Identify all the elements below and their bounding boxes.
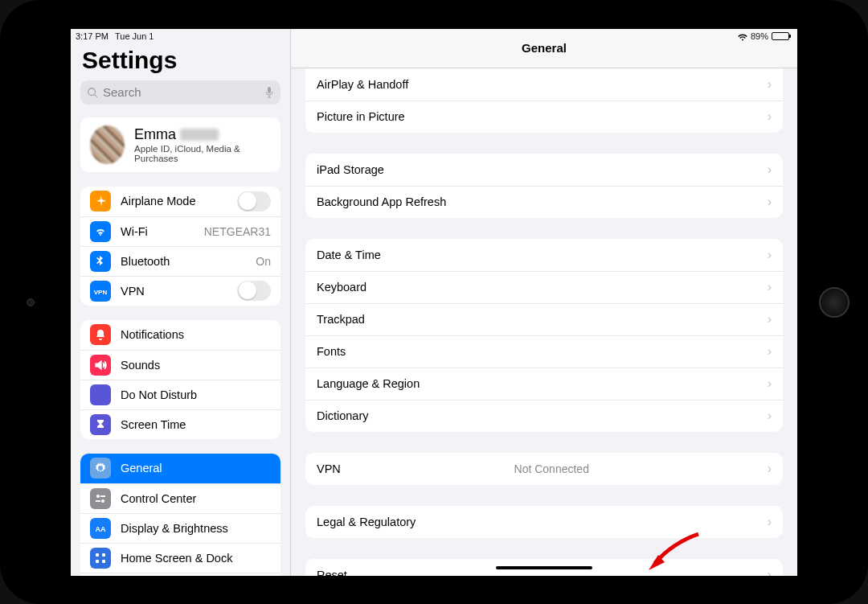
svg-rect-2: [268, 87, 271, 93]
gear-icon: [90, 458, 111, 479]
svg-rect-10: [102, 553, 105, 557]
profile-card[interactable]: Emma Apple ID, iCloud, Media & Purchases: [80, 117, 280, 172]
settings-row-background-app-refresh[interactable]: Background App Refresh›: [305, 186, 783, 218]
row-value: Not Connected: [514, 462, 589, 475]
sidebar-item-sounds[interactable]: Sounds: [80, 350, 280, 380]
svg-point-4: [96, 495, 100, 498]
row-label: Date & Time: [317, 249, 381, 261]
sidebar-item-wi-fi[interactable]: Wi-FiNETGEAR31: [80, 216, 280, 246]
chevron-right-icon: ›: [768, 515, 772, 529]
sidebar-item-label: Screen Time: [121, 418, 186, 431]
settings-row-trackpad[interactable]: Trackpad›: [305, 303, 783, 335]
settings-row-date-time[interactable]: Date & Time›: [305, 239, 783, 271]
row-label: iPad Storage: [317, 163, 384, 176]
settings-group: VPNNot Connected›: [305, 453, 783, 485]
grid-icon: [90, 548, 111, 569]
sidebar-item-do-not-disturb[interactable]: Do Not Disturb: [80, 380, 280, 409]
row-label: Dictionary: [317, 409, 368, 422]
sidebar-item-screen-time[interactable]: Screen Time: [80, 409, 280, 439]
sidebar-item-vpn[interactable]: VPNVPN: [80, 276, 280, 306]
chevron-right-icon: ›: [768, 195, 772, 209]
status-time: 3:17 PM: [76, 31, 108, 41]
sidebar-item-airplane-mode[interactable]: Airplane Mode: [80, 187, 280, 216]
switches-icon: [90, 488, 111, 509]
bell-icon: [90, 324, 111, 345]
status-date: Tue Jun 1: [115, 31, 154, 41]
row-label: Trackpad: [317, 313, 365, 326]
sidebar-item-label: Home Screen & Dock: [121, 552, 232, 565]
chevron-right-icon: ›: [768, 162, 772, 177]
settings-row-ipad-storage[interactable]: iPad Storage›: [305, 154, 783, 186]
sidebar-group: NotificationsSoundsDo Not DisturbScreen …: [80, 320, 280, 439]
settings-row-fonts[interactable]: Fonts›: [305, 335, 783, 368]
settings-row-keyboard[interactable]: Keyboard›: [305, 271, 783, 303]
sidebar-item-accessibility[interactable]: Accessibility: [80, 573, 280, 576]
status-bar: 3:17 PM Tue Jun 1 89%: [71, 29, 797, 44]
row-label: Keyboard: [317, 281, 366, 294]
speaker-icon: [90, 355, 111, 376]
svg-rect-12: [102, 560, 105, 563]
profile-name: Emma: [134, 126, 271, 143]
moon-icon: [90, 384, 111, 405]
vpn-icon: VPN: [90, 281, 111, 302]
page-title: Settings: [80, 47, 280, 74]
svg-rect-7: [96, 500, 100, 502]
svg-rect-9: [96, 553, 99, 557]
settings-row-vpn[interactable]: VPNNot Connected›: [305, 453, 783, 485]
profile-subtitle: Apple ID, iCloud, Media & Purchases: [134, 144, 271, 163]
battery-pct: 89%: [751, 31, 768, 41]
sidebar-item-home-screen-dock[interactable]: Home Screen & Dock: [80, 543, 280, 573]
settings-row-legal-regulatory[interactable]: Legal & Regulatory›: [305, 506, 783, 538]
sidebar-item-label: Airplane Mode: [121, 195, 196, 207]
row-label: Background App Refresh: [317, 195, 446, 208]
toggle[interactable]: [237, 191, 271, 212]
sidebar-item-display-brightness[interactable]: AADisplay & Brightness: [80, 513, 280, 543]
wifi-icon: [90, 221, 111, 242]
settings-row-airplay-handoff[interactable]: AirPlay & Handoff›: [305, 68, 783, 101]
sidebar-item-value: On: [256, 255, 271, 268]
settings-row-picture-in-picture[interactable]: Picture in Picture›: [305, 101, 783, 133]
avatar: [90, 125, 125, 164]
sidebar-item-label: Notifications: [121, 328, 184, 341]
search-input[interactable]: Search: [80, 80, 280, 105]
sidebar-item-label: General: [121, 462, 162, 475]
svg-point-6: [101, 499, 104, 503]
camera-dot: [27, 298, 35, 306]
toggle[interactable]: [237, 281, 271, 301]
svg-text:AA: AA: [96, 525, 106, 533]
settings-row-language-region[interactable]: Language & Region›: [305, 368, 783, 400]
row-label: AirPlay & Handoff: [317, 78, 408, 91]
settings-group: iPad Storage›Background App Refresh›: [305, 154, 783, 218]
screen: 3:17 PM Tue Jun 1 89% Settings Search: [71, 29, 797, 576]
sidebar-item-label: VPN: [121, 285, 145, 298]
settings-group: AirPlay & Handoff›Picture in Picture›: [305, 68, 783, 133]
sidebar-group: Airplane ModeWi-FiNETGEAR31BluetoothOnVP…: [80, 187, 280, 306]
settings-row-dictionary[interactable]: Dictionary›: [305, 400, 783, 432]
wifi-icon: [738, 33, 747, 40]
airplane-icon: [90, 191, 111, 212]
chevron-right-icon: ›: [768, 109, 772, 124]
sidebar-item-notifications[interactable]: Notifications: [80, 320, 280, 350]
svg-point-0: [88, 88, 96, 95]
row-label: Picture in Picture: [317, 110, 405, 123]
sidebar-item-general[interactable]: General: [80, 454, 280, 483]
sidebar-item-value: NETGEAR31: [204, 225, 271, 238]
main-content[interactable]: AirPlay & Handoff›Picture in Picture›iPa…: [291, 68, 797, 576]
ipad-frame: 3:17 PM Tue Jun 1 89% Settings Search: [0, 0, 868, 604]
battery-icon: [772, 32, 789, 40]
row-label: Legal & Regulatory: [317, 516, 416, 528]
settings-group: Legal & Regulatory›: [305, 506, 783, 538]
row-label: Language & Region: [317, 377, 420, 390]
sidebar-item-label: Wi-Fi: [121, 225, 148, 238]
sidebar-item-bluetooth[interactable]: BluetoothOn: [80, 246, 280, 276]
home-button[interactable]: [819, 287, 850, 318]
chevron-right-icon: ›: [768, 462, 772, 476]
chevron-right-icon: ›: [768, 409, 772, 423]
mic-icon[interactable]: [264, 86, 274, 99]
sidebar: Settings Search Emma: [71, 29, 291, 576]
chevron-right-icon: ›: [768, 344, 772, 359]
settings-group: Date & Time›Keyboard›Trackpad›Fonts›Lang…: [305, 239, 783, 432]
search-placeholder: Search: [103, 85, 141, 99]
sidebar-item-control-center[interactable]: Control Center: [80, 483, 280, 513]
row-label: Fonts: [317, 345, 346, 358]
